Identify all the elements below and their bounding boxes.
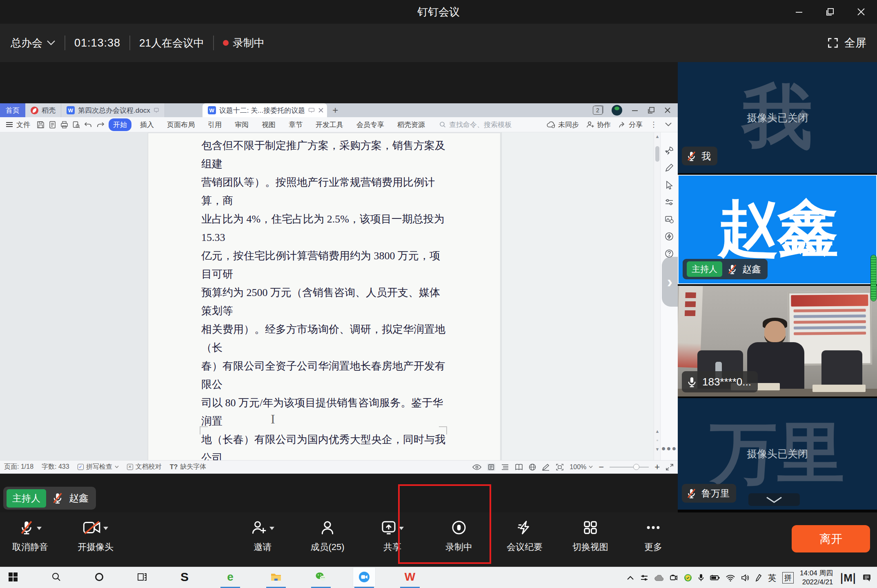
meeting-minutes-button[interactable]: 会议纪要 bbox=[488, 519, 561, 553]
window-count-badge[interactable]: 2 bbox=[593, 106, 603, 115]
image-tool-icon[interactable] bbox=[665, 215, 674, 224]
onedrive-cloud-icon[interactable] bbox=[654, 575, 663, 581]
scrollbar-thumb[interactable] bbox=[655, 146, 659, 162]
ribbon-tab-docer-resources[interactable]: 稻壳资源 bbox=[393, 118, 430, 131]
zoom-level[interactable]: 100% bbox=[570, 463, 593, 471]
document-page[interactable]: 包含但不限于制定推广方案，采购方案，销售方案及组建 营销团队等）。按照地产行业常… bbox=[148, 133, 500, 460]
spellcheck-toggle[interactable]: ✓ 拼写检查 bbox=[78, 463, 119, 471]
fit-page-icon[interactable] bbox=[556, 463, 564, 471]
participant-tile-self[interactable]: 我 摄像头已关闭 我 bbox=[678, 62, 877, 173]
ribbon-tab-references[interactable]: 引用 bbox=[203, 118, 226, 131]
cursor-icon[interactable] bbox=[665, 180, 674, 189]
collaborate-button[interactable]: 协作 bbox=[586, 120, 611, 129]
wps-minimize-icon[interactable] bbox=[631, 107, 639, 114]
zoom-in-icon[interactable]: + bbox=[654, 462, 660, 472]
ribbon-tab-review[interactable]: 审阅 bbox=[230, 118, 253, 131]
cortana-button[interactable] bbox=[88, 567, 111, 587]
command-search[interactable]: 查找命令、搜索模板 bbox=[434, 120, 512, 129]
word-count[interactable]: 字数: 433 bbox=[42, 463, 69, 471]
sliders-icon[interactable] bbox=[665, 198, 674, 207]
start-button[interactable] bbox=[2, 567, 24, 587]
next-page-icon[interactable]: ▼ bbox=[654, 447, 661, 452]
ink-annotate-icon[interactable] bbox=[542, 463, 550, 471]
wps-tab-document-1[interactable]: W 第四次总办会议程.docx bbox=[61, 103, 165, 117]
prev-page-icon[interactable]: ▲ bbox=[654, 429, 661, 434]
chevron-down-icon[interactable] bbox=[399, 527, 404, 530]
participant-tile-video[interactable]: 183****0... bbox=[678, 286, 877, 396]
taskbar-app-browser[interactable]: e bbox=[219, 567, 242, 587]
tray-expand-icon[interactable] bbox=[627, 575, 634, 580]
speaker-icon[interactable] bbox=[741, 574, 749, 581]
unmute-button[interactable]: 取消静音 bbox=[0, 519, 67, 553]
minimize-icon[interactable] bbox=[793, 6, 805, 18]
zoom-out-icon[interactable]: − bbox=[599, 462, 604, 472]
taskbar-app-dingtalk-active[interactable] bbox=[353, 567, 376, 587]
proofread-button[interactable]: ✕ 文档校对 bbox=[127, 463, 162, 471]
pen-icon[interactable] bbox=[665, 163, 674, 172]
ribbon-tab-view[interactable]: 视图 bbox=[257, 118, 280, 131]
taskbar-app-wps[interactable]: W bbox=[398, 567, 421, 587]
microphone-tray-icon[interactable] bbox=[698, 574, 704, 582]
invite-button[interactable]: 邀请 bbox=[226, 519, 299, 553]
scroll-up-icon[interactable]: ▲ bbox=[654, 134, 661, 139]
collapse-sidebar-button[interactable]: › bbox=[662, 257, 678, 307]
taskbar-search-button[interactable] bbox=[45, 567, 68, 587]
task-view-button[interactable] bbox=[131, 567, 154, 587]
ribbon-tab-dev-tools[interactable]: 开发工具 bbox=[311, 118, 348, 131]
side-toolbar-more-icon[interactable]: ●●● bbox=[661, 444, 677, 453]
page-view-icon[interactable] bbox=[487, 463, 495, 471]
more-button[interactable]: 更多 bbox=[617, 519, 690, 553]
sync-status-button[interactable]: 未同步 bbox=[547, 120, 579, 129]
print-preview-icon[interactable] bbox=[72, 121, 80, 129]
scroll-participants-button[interactable] bbox=[748, 493, 800, 506]
ribbon-tab-member[interactable]: 会员专享 bbox=[352, 118, 389, 131]
print-icon[interactable] bbox=[60, 121, 68, 129]
close-icon[interactable] bbox=[855, 6, 867, 18]
members-button[interactable]: 成员(25) bbox=[291, 519, 364, 553]
recording-button[interactable]: 录制中 bbox=[422, 519, 496, 553]
participant-tile[interactable]: 万里 摄像头已关闭 鲁万里 bbox=[678, 398, 877, 510]
wps-tab-docer[interactable]: 稻壳 bbox=[25, 103, 61, 117]
wps-tab-document-2-active[interactable]: W 议题十二: 关...接委托的议题 bbox=[203, 103, 327, 117]
ribbon-tab-insert[interactable]: 插入 bbox=[136, 118, 158, 131]
maximize-icon[interactable] bbox=[824, 6, 836, 18]
chevron-down-icon[interactable] bbox=[103, 527, 108, 530]
camera-tray-icon[interactable] bbox=[670, 574, 678, 581]
outline-view-icon[interactable] bbox=[501, 464, 509, 470]
share-button[interactable]: 分享 bbox=[618, 120, 643, 129]
wps-close-icon[interactable] bbox=[664, 107, 671, 114]
eye-protect-icon[interactable] bbox=[472, 464, 481, 470]
new-tab-button[interactable]: + bbox=[327, 103, 343, 117]
pinned-app-button[interactable]: S bbox=[173, 567, 196, 587]
export-pdf-icon[interactable] bbox=[49, 121, 56, 129]
battery-icon[interactable] bbox=[710, 575, 720, 581]
chevron-down-icon[interactable] bbox=[37, 527, 42, 530]
taskbar-app-wechat[interactable] bbox=[309, 567, 332, 587]
vertical-scrollbar[interactable]: ▲ ▲ ▫ ▼ bbox=[654, 132, 660, 460]
chevron-down-icon[interactable] bbox=[269, 527, 274, 530]
taskbar-clock[interactable]: 14:04 周四 2022/4/21 bbox=[800, 569, 833, 587]
sidebar-scrollbar[interactable] bbox=[871, 255, 876, 301]
missing-font-button[interactable]: T? 缺失字体 bbox=[170, 463, 207, 471]
fullscreen-button[interactable]: 全屏 bbox=[827, 36, 866, 50]
quick-tools-icon[interactable] bbox=[665, 232, 674, 241]
meeting-group-selector[interactable]: 总办会 bbox=[11, 36, 56, 50]
pen-input-icon[interactable] bbox=[755, 574, 762, 582]
taskbar-app-explorer[interactable] bbox=[265, 567, 287, 587]
mail-app-icon[interactable]: ∣M∣ bbox=[839, 572, 856, 583]
undo-icon[interactable] bbox=[84, 121, 92, 128]
file-menu[interactable]: 文件 bbox=[6, 120, 33, 129]
zoom-slider[interactable] bbox=[610, 467, 649, 468]
wifi-icon[interactable] bbox=[726, 575, 735, 581]
leave-meeting-button[interactable]: 离开 bbox=[792, 525, 870, 552]
ribbon-tab-start[interactable]: 开始 bbox=[109, 118, 131, 131]
audio-mixer-icon[interactable] bbox=[640, 574, 648, 581]
read-mode-icon[interactable] bbox=[515, 464, 523, 470]
wps-restore-icon[interactable] bbox=[648, 107, 655, 114]
avatar[interactable] bbox=[612, 105, 622, 116]
page-select-icon[interactable]: ▫ bbox=[654, 438, 661, 443]
antivirus-shield-icon[interactable] bbox=[684, 574, 692, 582]
participant-tile-host-active[interactable]: 赵鑫 主持人 赵鑫 bbox=[678, 175, 877, 284]
save-icon[interactable] bbox=[37, 121, 45, 129]
switch-view-button[interactable]: 切换视图 bbox=[554, 519, 627, 553]
